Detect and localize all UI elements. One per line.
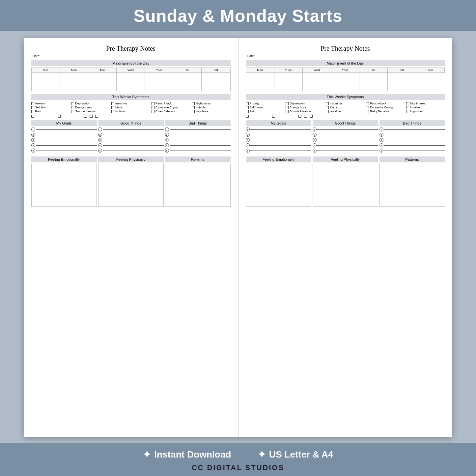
list-item: 5 [379,149,445,153]
r-checkbox-excessive-crying[interactable] [366,106,369,109]
custom-checkbox-5[interactable] [95,115,98,118]
r-symptom-irritable: Irritable [406,106,445,109]
r-custom-checkbox-1[interactable] [246,115,249,118]
right-patterns-box[interactable] [379,164,445,207]
checkbox-impulsive[interactable] [192,110,195,113]
symptom-impulsive: Impulsive [192,110,231,113]
left-goals-header: My Goals [31,120,97,126]
r-checkbox-self-harm[interactable] [246,106,249,109]
r-cal-cell-4[interactable] [331,73,359,91]
custom-checkbox-2[interactable] [58,115,61,118]
checkbox-irritable[interactable] [192,106,195,109]
r-cal-cell-6[interactable] [388,73,416,91]
custom-checkbox-3[interactable] [84,115,87,118]
star-icon-2: ✦ [258,449,266,460]
r-checkbox-pain[interactable] [246,110,249,113]
checkbox-self-harm[interactable] [31,106,34,109]
r-checkbox-manic[interactable] [326,106,329,109]
checkbox-suicide-ideation[interactable] [71,110,74,113]
footer: ✦ Instant Download ✦ US Letter & A4 CC D… [0,443,476,476]
r-checkbox-nightmares[interactable] [406,102,409,105]
checkbox-risky-behavior[interactable] [152,110,154,113]
right-date-line: Date: [246,54,445,58]
custom-item-3 [84,115,87,118]
cal-cell-2[interactable] [60,73,88,91]
r-custom-checkbox-2[interactable] [272,115,275,118]
right-feeling-emotionally-header: Feeling Emotionally [246,156,311,162]
r-custom-checkbox-3[interactable] [298,115,301,118]
symptom-risky-behavior: Risky Behavior [152,110,190,113]
left-date-line: Date: [31,54,231,58]
left-good-list: 1 2 3 4 5 [98,127,164,153]
r-checkbox-risky-behavior[interactable] [366,110,369,113]
r-checkbox-insomnia[interactable] [326,102,329,105]
checkbox-excessive-crying[interactable] [152,106,154,109]
r-checkbox-depression[interactable] [286,102,289,105]
symptom-excessive-crying: Excessive Crying [152,106,190,109]
cal-cell-3[interactable] [88,73,117,91]
checkbox-pain[interactable] [31,110,34,113]
custom-checkbox-1[interactable] [31,115,34,118]
right-feeling-emotionally-box[interactable] [246,164,311,207]
r-checkbox-energy-loss[interactable] [286,106,289,109]
r-custom-item-1 [246,115,269,118]
right-calendar: Mon Tues Wed Thor Fri Sat Sun [246,68,445,91]
right-feeling-physically-col: Feeling Physically [313,156,378,207]
r-cal-day-fri: Fri [359,68,388,73]
right-feeling-physically-box[interactable] [313,164,378,207]
checkbox-panic-attack[interactable] [152,102,154,105]
r-checkbox-suicide-ideation[interactable] [286,110,289,113]
symptom-self-harm: Self Harm [31,106,70,109]
list-item: 4 [313,143,378,147]
r-custom-checkbox-5[interactable] [310,115,313,118]
checkbox-insomnia[interactable] [111,102,114,105]
cal-cell-6[interactable] [173,73,202,91]
r-custom-checkbox-4[interactable] [304,115,307,118]
left-patterns-box[interactable] [165,164,231,207]
checkbox-nightmares[interactable] [192,102,195,105]
r-checkbox-isolation[interactable] [326,110,329,113]
right-good-col: Good Things 1 2 3 4 5 [313,120,378,154]
custom-checkbox-4[interactable] [90,115,93,118]
checkbox-isolation[interactable] [111,110,114,113]
left-feeling-emotionally-box[interactable] [31,164,97,207]
r-cal-cell-1[interactable] [246,73,274,91]
r-checkbox-anxiety[interactable] [246,102,249,105]
left-bad-list: 1 2 3 4 5 [165,127,231,153]
right-major-event-label: Major Event of the Day [246,60,445,66]
r-symptom-impulsive: Impulsive [406,110,445,113]
list-item: 2 [379,133,445,137]
cal-cell-1[interactable] [32,73,60,91]
r-cal-cell-2[interactable] [274,73,303,91]
list-item: 3 [31,138,97,142]
cal-day-sun: Sun [32,68,60,73]
left-goals-list: 1 2 3 4 5 [31,127,97,153]
checkbox-energy-loss[interactable] [71,106,74,109]
cal-cell-4[interactable] [117,73,145,91]
right-bad-list: 1 2 3 4 5 [379,127,445,153]
left-feeling-physically-box[interactable] [98,164,164,207]
r-cal-cell-7[interactable] [416,73,444,91]
r-checkbox-irritable[interactable] [406,106,409,109]
symptom-nightmares: Nightmares [192,102,231,105]
cal-day-sat: Sat [202,68,230,73]
r-custom-item-3 [298,115,301,118]
right-goals-col: My Goals 1 2 3 4 5 [246,120,311,154]
r-cal-cell-5[interactable] [359,73,388,91]
checkbox-manic[interactable] [111,106,114,109]
r-cal-cell-3[interactable] [303,73,331,91]
left-feeling-physically-header: Feeling Physically [98,156,164,162]
checkbox-depression[interactable] [71,102,74,105]
list-item: 5 [246,149,311,153]
symptom-manic: Manic [111,106,150,109]
checkbox-anxiety[interactable] [31,102,34,105]
cal-cell-5[interactable] [145,73,173,91]
r-checkbox-impulsive[interactable] [406,110,409,113]
r-cal-day-tues: Tues [274,68,303,73]
right-patterns-header: Patterns [379,156,445,162]
cal-cell-7[interactable] [202,73,230,91]
r-checkbox-panic-attack[interactable] [366,102,369,105]
list-item: 2 [98,133,164,137]
symptom-irritable: Irritable [192,106,231,109]
list-item: 3 [246,138,311,142]
